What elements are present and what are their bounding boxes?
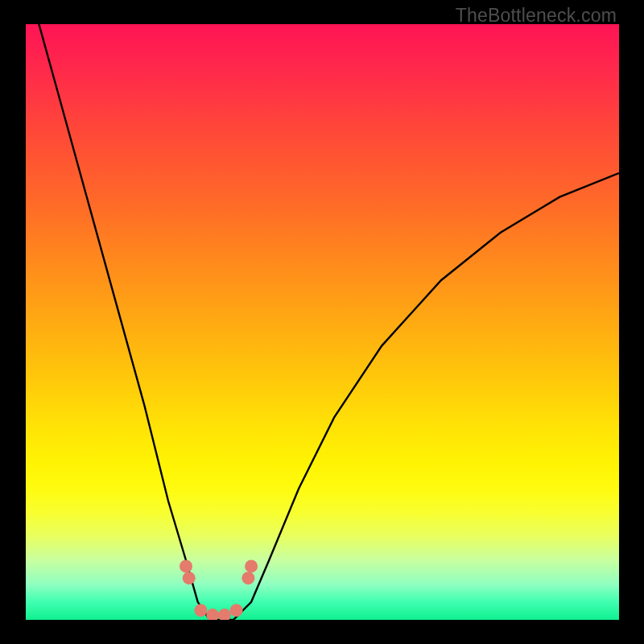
highlight-dots-group: [180, 559, 258, 620]
watermark-text: TheBottleneck.com: [456, 5, 617, 27]
highlight-dot: [194, 604, 207, 617]
highlight-dot: [218, 609, 231, 620]
highlight-dot: [180, 559, 192, 572]
highlight-dot: [183, 572, 196, 584]
chart-svg: [26, 24, 619, 620]
bottleneck-curve-path: [26, 24, 619, 620]
highlight-dot: [245, 559, 258, 572]
highlight-dot: [206, 609, 219, 620]
highlight-dot: [242, 572, 254, 584]
highlight-dot: [230, 604, 243, 617]
plot-area: [26, 24, 619, 620]
